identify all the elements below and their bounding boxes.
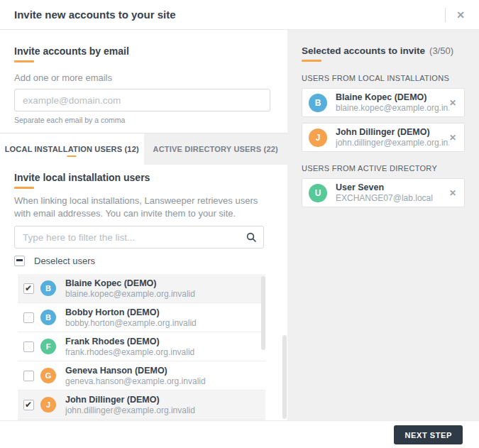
user-row[interactable]: J John Dillinger (DEMO) john.dillinger@e… bbox=[18, 390, 265, 420]
accent-underline bbox=[14, 60, 34, 62]
user-info: Frank Rhodes (DEMO) frank.rhodes@example… bbox=[65, 336, 194, 358]
active-tab-accent bbox=[67, 155, 77, 157]
selected-heading: Selected accounts to invite bbox=[302, 45, 425, 56]
header-divider bbox=[445, 8, 446, 22]
tab-local-installation-users[interactable]: LOCAL INSTALLATION USERS (12) bbox=[0, 133, 144, 165]
selected-user-card: B Blaine Kopec (DEMO) blaine.kopec@examp… bbox=[302, 88, 465, 117]
user-avatar: B bbox=[40, 310, 56, 325]
user-email: john.dillinger@example.org.in... bbox=[336, 138, 449, 148]
user-row[interactable]: B Bobby Horton (DEMO) bobby.horton@examp… bbox=[18, 303, 265, 332]
user-info: Blaine Kopec (DEMO) blaine.kopec@example… bbox=[336, 92, 449, 114]
group-title-local-installations: USERS FROM LOCAL INSTALLATIONS bbox=[302, 74, 465, 82]
user-info: John Dillinger (DEMO) john.dillinger@exa… bbox=[336, 126, 449, 148]
deselect-users-label: Deselect users bbox=[34, 256, 95, 266]
user-avatar: J bbox=[40, 397, 56, 413]
user-checkbox[interactable] bbox=[23, 342, 34, 352]
selected-ad-users-list: U User Seven EXCHANGE07@lab.local ✕ bbox=[302, 178, 465, 207]
invite-by-email-section: Invite accounts by email Add one or more… bbox=[0, 30, 287, 133]
email-field-label: Add one or more emails bbox=[14, 72, 270, 83]
user-email: geneva.hanson@example.org.invalid bbox=[65, 376, 206, 387]
user-name: Frank Rhodes (DEMO) bbox=[65, 336, 194, 347]
group-title-active-directory: USERS FROM ACTIVE DIRECTORY bbox=[302, 164, 465, 173]
user-list: B Blaine Kopec (DEMO) blaine.kopec@examp… bbox=[18, 274, 265, 420]
remove-user-icon[interactable]: ✕ bbox=[449, 188, 456, 198]
modal-body: Invite accounts by email Add one or more… bbox=[0, 30, 479, 420]
tab-active-directory-users[interactable]: ACTIVE DIRECTORY USERS (22) bbox=[144, 133, 288, 165]
user-email: frank.rhodes@example.org.invalid bbox=[65, 347, 194, 358]
email-section-heading: Invite accounts by email bbox=[14, 45, 270, 57]
close-icon[interactable]: ✕ bbox=[456, 10, 465, 20]
user-name: Blaine Kopec (DEMO) bbox=[65, 278, 195, 289]
remove-user-icon[interactable]: ✕ bbox=[449, 133, 456, 143]
left-panel-scrollbar[interactable] bbox=[282, 335, 287, 419]
user-source-tabs: LOCAL INSTALLATION USERS (12) ACTIVE DIR… bbox=[0, 133, 287, 165]
left-panel: Invite accounts by email Add one or more… bbox=[0, 30, 287, 420]
user-email: blaine.kopec@example.org.in... bbox=[336, 103, 449, 114]
user-name: Blaine Kopec (DEMO) bbox=[336, 92, 449, 103]
tab-label: LOCAL INSTALLATION USERS (12) bbox=[5, 145, 139, 153]
user-checkbox[interactable] bbox=[23, 283, 34, 294]
user-avatar: B bbox=[40, 280, 56, 296]
next-step-button[interactable]: NEXT STEP bbox=[394, 425, 463, 444]
search-icon bbox=[246, 232, 256, 242]
user-name: Bobby Horton (DEMO) bbox=[65, 307, 197, 318]
invite-accounts-modal: Invite new accounts to your site ✕ Invit… bbox=[0, 0, 479, 448]
user-avatar: G bbox=[40, 368, 56, 383]
user-info: Blaine Kopec (DEMO) blaine.kopec@example… bbox=[65, 278, 195, 300]
user-info: Bobby Horton (DEMO) bobby.horton@example… bbox=[65, 307, 197, 329]
user-row[interactable]: F Frank Rhodes (DEMO) frank.rhodes@examp… bbox=[18, 332, 265, 361]
remove-user-icon[interactable]: ✕ bbox=[449, 98, 456, 108]
user-avatar: F bbox=[40, 339, 56, 354]
user-name: John Dillinger (DEMO) bbox=[336, 126, 449, 138]
user-avatar: J bbox=[309, 129, 327, 147]
filter-field bbox=[14, 226, 264, 248]
user-checkbox[interactable] bbox=[23, 400, 34, 410]
user-row[interactable]: G Geneva Hanson (DEMO) geneva.hanson@exa… bbox=[18, 361, 265, 390]
user-row[interactable]: B Blaine Kopec (DEMO) blaine.kopec@examp… bbox=[18, 274, 265, 303]
user-info: John Dillinger (DEMO) john.dillinger@exa… bbox=[65, 394, 195, 416]
deselect-users-row: Deselect users bbox=[14, 256, 273, 266]
selected-user-card: J John Dillinger (DEMO) john.dillinger@e… bbox=[302, 123, 465, 152]
local-users-heading: Invite local installation users bbox=[14, 172, 273, 183]
user-email: EXCHANGE07@lab.local bbox=[336, 193, 433, 204]
user-info: Geneva Hanson (DEMO) geneva.hanson@examp… bbox=[65, 365, 206, 387]
filter-input[interactable] bbox=[14, 226, 264, 248]
user-list-scrollbar[interactable] bbox=[261, 276, 265, 350]
email-helper-text: Separate each email by a comma bbox=[14, 116, 270, 124]
user-avatar: U bbox=[309, 184, 327, 202]
user-avatar: B bbox=[309, 94, 327, 112]
user-name: John Dillinger (DEMO) bbox=[65, 394, 195, 405]
local-users-description: When linking local installations, Lanswe… bbox=[14, 195, 271, 220]
selected-count: (3/50) bbox=[429, 45, 453, 56]
header-actions: ✕ bbox=[445, 8, 465, 22]
modal-title: Invite new accounts to your site bbox=[14, 9, 176, 21]
user-checkbox[interactable] bbox=[23, 312, 34, 323]
deselect-users-checkbox[interactable] bbox=[14, 256, 25, 266]
tab-label: ACTIVE DIRECTORY USERS (22) bbox=[153, 145, 278, 153]
selected-local-users-list: B Blaine Kopec (DEMO) blaine.kopec@examp… bbox=[302, 88, 465, 152]
user-email: john.dillinger@example.org.invalid bbox=[65, 405, 195, 416]
modal-footer: NEXT STEP bbox=[0, 420, 479, 448]
user-email: blaine.kopec@example.org.invalid bbox=[65, 289, 195, 300]
user-name: Geneva Hanson (DEMO) bbox=[65, 365, 206, 376]
user-email: bobby.horton@example.org.invalid bbox=[65, 318, 197, 329]
user-name: User Seven bbox=[336, 182, 433, 193]
user-info: User Seven EXCHANGE07@lab.local bbox=[336, 182, 433, 204]
selected-heading-row: Selected accounts to invite (3/50) bbox=[302, 45, 465, 56]
selected-user-card: U User Seven EXCHANGE07@lab.local ✕ bbox=[302, 178, 465, 207]
selected-accounts-panel: Selected accounts to invite (3/50) USERS… bbox=[287, 30, 479, 420]
modal-header: Invite new accounts to your site ✕ bbox=[0, 0, 479, 30]
email-input[interactable] bbox=[14, 89, 270, 111]
user-checkbox[interactable] bbox=[23, 371, 34, 381]
accent-underline bbox=[302, 60, 321, 62]
local-users-tab-content: Invite local installation users When lin… bbox=[0, 165, 287, 420]
accent-underline bbox=[14, 187, 34, 189]
